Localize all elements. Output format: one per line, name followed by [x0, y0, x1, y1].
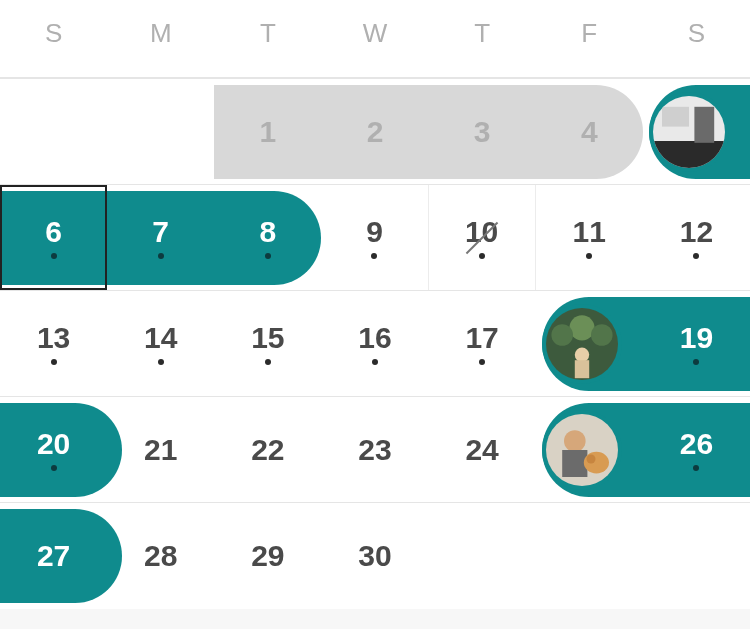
calendar-week: 1234: [0, 79, 750, 185]
day-number: 23: [358, 435, 391, 465]
availability-dot-icon: [479, 253, 485, 259]
day-number: 20: [37, 429, 70, 459]
calendar-day[interactable]: 29: [214, 503, 321, 609]
calendar-day: [536, 503, 643, 609]
day-number: 8: [260, 217, 277, 247]
unavailable-range: [214, 85, 643, 179]
day-number: 28: [144, 541, 177, 571]
day-number: 7: [152, 217, 169, 247]
calendar-day: [429, 503, 536, 609]
availability-dot-icon: [693, 465, 699, 471]
calendar-grid: 1234678910111213141516171920212223242627…: [0, 79, 750, 609]
calendar-day[interactable]: 24: [429, 397, 536, 502]
calendar-day[interactable]: 10: [429, 185, 536, 290]
day-number: 24: [465, 435, 498, 465]
calendar-week: 202122232426: [0, 397, 750, 503]
booking-avatar[interactable]: [542, 304, 622, 384]
day-number: 16: [358, 323, 391, 353]
svg-point-14: [586, 454, 595, 463]
svg-point-8: [575, 347, 589, 361]
day-number: 30: [358, 541, 391, 571]
svg-point-6: [551, 324, 573, 346]
calendar-day[interactable]: 21: [107, 397, 214, 502]
day-number: 14: [144, 323, 177, 353]
weekday-header: S M T W T F S: [0, 0, 750, 79]
svg-rect-2: [694, 106, 714, 142]
svg-point-5: [569, 315, 594, 340]
weekday-label: T: [214, 18, 321, 49]
weekday-label: T: [429, 18, 536, 49]
svg-rect-3: [662, 106, 689, 126]
weekday-label: W: [321, 18, 428, 49]
weekday-label: M: [107, 18, 214, 49]
calendar-day[interactable]: 28: [107, 503, 214, 609]
availability-dot-icon: [51, 253, 57, 259]
calendar-day[interactable]: 22: [214, 397, 321, 502]
calendar-day[interactable]: 23: [321, 397, 428, 502]
calendar-day[interactable]: 12: [643, 185, 750, 290]
day-number: 2: [367, 117, 384, 147]
calendar-day[interactable]: 9: [321, 185, 428, 290]
availability-dot-icon: [158, 359, 164, 365]
day-number: 6: [45, 217, 62, 247]
calendar-week: 6789101112: [0, 185, 750, 291]
availability-dot-icon: [693, 359, 699, 365]
svg-point-11: [564, 430, 586, 452]
day-number: 11: [573, 217, 606, 247]
calendar-day: [107, 79, 214, 184]
calendar-day[interactable]: 15: [214, 291, 321, 396]
day-number: 29: [251, 541, 284, 571]
day-number: 21: [144, 435, 177, 465]
day-number: 15: [251, 323, 284, 353]
calendar-day[interactable]: 30: [321, 503, 428, 609]
day-number: 9: [366, 217, 383, 247]
weekday-label: S: [643, 18, 750, 49]
availability-dot-icon: [372, 359, 378, 365]
calendar: S M T W T F S 12346789101112131415161719…: [0, 0, 750, 609]
weekday-label: F: [536, 18, 643, 49]
calendar-week: 131415161719: [0, 291, 750, 397]
availability-dot-icon: [693, 253, 699, 259]
availability-dot-icon: [158, 253, 164, 259]
day-number: 26: [680, 429, 713, 459]
day-number: 22: [251, 435, 284, 465]
day-number: 10: [465, 217, 498, 247]
calendar-day[interactable]: 13: [0, 291, 107, 396]
calendar-day[interactable]: 11: [536, 185, 643, 290]
calendar-day[interactable]: 14: [107, 291, 214, 396]
day-number: 13: [37, 323, 70, 353]
calendar-day[interactable]: 16: [321, 291, 428, 396]
svg-point-13: [584, 451, 609, 473]
day-number: 1: [260, 117, 277, 147]
weekday-label: S: [0, 18, 107, 49]
availability-dot-icon: [371, 253, 377, 259]
day-number: 3: [474, 117, 491, 147]
svg-rect-9: [575, 360, 589, 378]
calendar-week: 27282930: [0, 503, 750, 609]
day-number: 17: [465, 323, 498, 353]
day-number: 19: [680, 323, 713, 353]
availability-dot-icon: [51, 465, 57, 471]
day-number: 4: [581, 117, 598, 147]
svg-point-7: [591, 324, 613, 346]
availability-dot-icon: [479, 359, 485, 365]
calendar-day[interactable]: 17: [429, 291, 536, 396]
calendar-day: [0, 79, 107, 184]
booking-avatar[interactable]: [542, 410, 622, 490]
calendar-day: [643, 503, 750, 609]
svg-rect-12: [562, 450, 587, 477]
availability-dot-icon: [586, 253, 592, 259]
day-number: 27: [37, 541, 70, 571]
day-number: 12: [680, 217, 713, 247]
availability-dot-icon: [51, 359, 57, 365]
availability-dot-icon: [265, 253, 271, 259]
booking-avatar[interactable]: [649, 92, 729, 172]
availability-dot-icon: [265, 359, 271, 365]
